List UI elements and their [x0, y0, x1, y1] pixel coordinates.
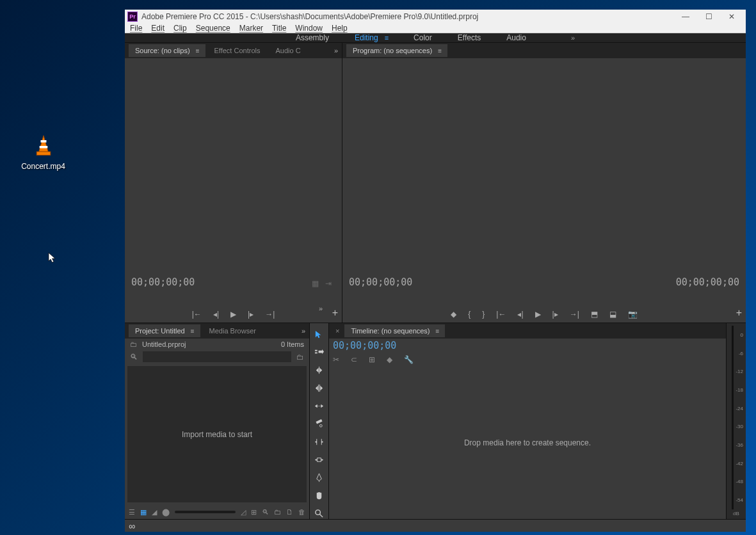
new-bin-button[interactable]: 🗀 — [274, 508, 281, 516]
list-view-button[interactable]: ☰ — [129, 508, 135, 516]
workspace-effects[interactable]: Effects — [458, 33, 481, 42]
play-button[interactable]: ▶ — [535, 310, 541, 319]
svg-point-11 — [319, 424, 322, 427]
thumbnail-zoom-slider[interactable] — [175, 511, 236, 513]
extract-button[interactable]: ⬓ — [609, 310, 616, 319]
program-timecode-right[interactable]: 00;00;00;00 — [676, 276, 739, 288]
source-timecode[interactable]: 00;00;00;00 — [131, 276, 195, 288]
go-in-button[interactable]: |← — [496, 310, 506, 319]
rolling-edit-tool[interactable] — [312, 382, 326, 394]
tab-media-browser[interactable]: Media Browser — [203, 324, 262, 337]
menu-clip[interactable]: Clip — [173, 24, 187, 33]
new-item-button[interactable]: 🗋 — [286, 508, 293, 516]
tab-project[interactable]: Project: Untitled ≡ — [129, 324, 200, 337]
tab-timeline[interactable]: Timeline: (no sequences) ≡ — [344, 324, 445, 337]
step-forward-button[interactable]: |▸ — [552, 310, 558, 319]
go-out-button[interactable]: →| — [570, 310, 579, 319]
workspace-color[interactable]: Color — [414, 33, 432, 42]
timeline-timecode[interactable]: 00;00;00;00 — [329, 339, 726, 353]
selection-tool[interactable] — [312, 328, 326, 340]
insert-icon[interactable]: ⇥ — [325, 279, 332, 288]
step-back-button[interactable]: ◂| — [213, 310, 219, 319]
linked-selection-icon[interactable]: ⊞ — [369, 355, 375, 364]
export-frame-button[interactable]: 📷 — [628, 310, 638, 319]
source-panel: Source: (no clips) ≡ Effect Controls Aud… — [125, 43, 342, 323]
tab-overflow-icon[interactable]: » — [302, 327, 305, 335]
panel-menu-icon[interactable]: ≡ — [436, 328, 439, 335]
tab-program[interactable]: Program: (no sequences) ≡ — [346, 44, 447, 57]
workspace-editing[interactable]: Editing — [355, 33, 378, 42]
program-monitor[interactable]: 00;00;00;00 00;00;00;00 ◆ { } |← ◂| ▶ |▸… — [342, 58, 746, 323]
mark-in-button[interactable]: { — [468, 310, 470, 319]
transport-overflow-icon[interactable]: » — [319, 305, 323, 312]
menu-window[interactable]: Window — [295, 24, 323, 33]
ripple-edit-tool[interactable] — [312, 364, 326, 376]
nest-toggle-icon[interactable]: ✂ — [333, 355, 339, 364]
zoom-tool[interactable] — [312, 507, 326, 519]
mark-out-button[interactable]: } — [482, 310, 485, 319]
program-timecode-left[interactable]: 00;00;00;00 — [349, 276, 412, 288]
add-marker-button[interactable]: ◆ — [451, 310, 456, 319]
sort-icon[interactable]: ◿ — [241, 508, 246, 516]
minimize-button[interactable]: — — [674, 10, 697, 24]
source-monitor[interactable]: 00;00;00;00 ▦ ⇥ |← ◂| ▶ |▸ →| » + — [125, 58, 342, 323]
tab-source-label: Source: (no clips) — [135, 47, 190, 54]
slide-tool[interactable] — [312, 454, 326, 465]
menu-file[interactable]: File — [130, 24, 142, 33]
safe-margins-icon[interactable]: ▦ — [312, 279, 319, 288]
mark-in-button[interactable]: |← — [192, 310, 202, 319]
mark-out-button[interactable]: →| — [265, 310, 275, 319]
find-icon[interactable]: 🔍︎ — [262, 508, 269, 516]
menu-marker[interactable]: Marker — [239, 24, 263, 33]
snap-icon[interactable]: ⊂ — [351, 355, 357, 364]
creative-cloud-icon[interactable]: ∞ — [129, 521, 135, 531]
slip-tool[interactable] — [312, 436, 326, 447]
hand-tool[interactable] — [312, 490, 326, 501]
workspace-options-icon[interactable]: ≡ — [385, 34, 388, 42]
menu-help[interactable]: Help — [332, 24, 348, 33]
close-button[interactable]: ✕ — [720, 10, 743, 24]
titlebar[interactable]: Pr Adobe Premiere Pro CC 2015 - C:\Users… — [125, 10, 746, 24]
lift-button[interactable]: ⬒ — [591, 310, 598, 319]
svg-rect-4 — [315, 349, 318, 351]
icon-view-button[interactable]: ▦ — [140, 508, 147, 516]
panel-menu-icon[interactable]: ≡ — [191, 328, 194, 335]
play-button[interactable]: ▶ — [230, 310, 236, 319]
razor-tool[interactable] — [312, 418, 326, 429]
step-forward-button[interactable]: |▸ — [248, 310, 253, 319]
settings-icon[interactable]: 🔧 — [404, 355, 414, 364]
marker-icon[interactable]: ◆ — [387, 355, 392, 364]
tab-audio-clip-mixer[interactable]: Audio C — [269, 44, 307, 57]
tab-source[interactable]: Source: (no clips) ≡ — [129, 44, 205, 57]
maximize-button[interactable]: ☐ — [697, 10, 720, 24]
menu-title[interactable]: Title — [272, 24, 286, 33]
audio-meter-panel[interactable]: 0 -6 -12 -18 -24 -30 -36 -42 -48 -54 dB — [727, 323, 746, 519]
project-search-input[interactable] — [143, 351, 291, 362]
rate-stretch-tool[interactable] — [312, 400, 326, 411]
menu-edit[interactable]: Edit — [151, 24, 165, 33]
desktop-file-concert[interactable]: Concert.mp4 — [19, 134, 67, 171]
workspace-overflow-icon[interactable]: » — [571, 34, 575, 42]
import-hint: Import media to start — [182, 430, 252, 439]
tab-effect-controls[interactable]: Effect Controls — [208, 44, 267, 57]
tab-overflow-icon[interactable]: » — [334, 47, 338, 54]
project-bin-area[interactable]: Import media to start — [127, 366, 307, 502]
tab-program-label: Program: (no sequences) — [353, 47, 432, 54]
auto-edit-icon[interactable]: ⊞ — [251, 508, 257, 516]
timeline-drop-area[interactable]: Drop media here to create sequence. — [329, 367, 726, 519]
freeform-view-button[interactable]: ◢ — [152, 508, 157, 516]
clear-button[interactable]: 🗑 — [298, 508, 305, 516]
svg-rect-3 — [36, 152, 51, 155]
button-editor-icon[interactable]: + — [332, 307, 338, 319]
filter-bin-icon[interactable]: 🗀 — [296, 353, 304, 362]
workspace-audio[interactable]: Audio — [506, 33, 526, 42]
close-panel-icon[interactable]: × — [333, 327, 342, 335]
pen-tool[interactable] — [312, 472, 326, 483]
workspace-assembly[interactable]: Assembly — [296, 33, 329, 42]
panel-menu-icon[interactable]: ≡ — [196, 47, 199, 54]
button-editor-icon[interactable]: + — [736, 307, 742, 319]
step-back-button[interactable]: ◂| — [517, 310, 523, 319]
panel-menu-icon[interactable]: ≡ — [438, 47, 441, 54]
menu-sequence[interactable]: Sequence — [196, 24, 230, 33]
track-select-tool[interactable] — [312, 346, 326, 358]
